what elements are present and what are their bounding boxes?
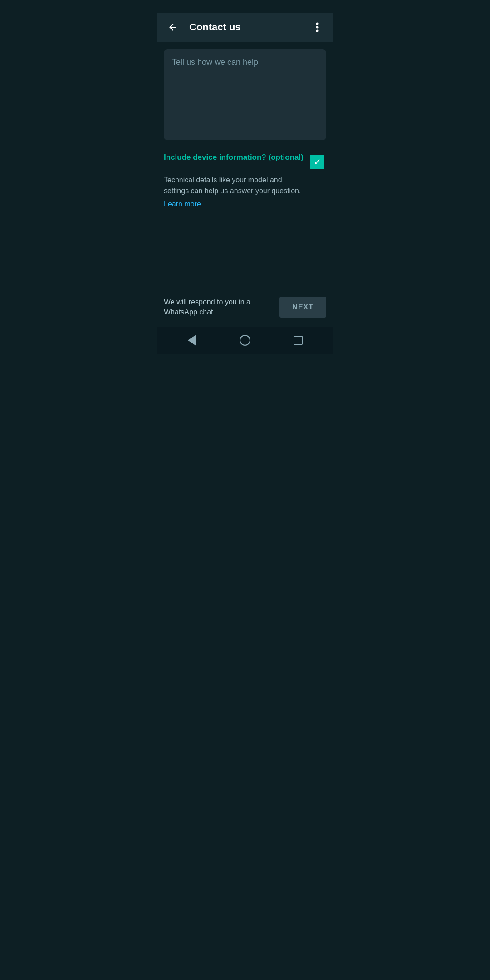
nav-back-button[interactable] bbox=[178, 331, 206, 349]
nav-recents-button[interactable] bbox=[284, 331, 312, 349]
menu-button[interactable] bbox=[308, 18, 326, 36]
device-info-label: Include device information? (optional) bbox=[164, 153, 308, 162]
back-triangle-icon bbox=[188, 335, 196, 346]
device-info-checkbox[interactable]: ✓ bbox=[308, 153, 326, 171]
checkbox-box: ✓ bbox=[310, 155, 324, 169]
main-content: Include device information? (optional) ✓… bbox=[157, 42, 333, 288]
device-info-section: Include device information? (optional) ✓… bbox=[164, 153, 326, 208]
app-bar: Contact us bbox=[157, 13, 333, 42]
status-bar bbox=[157, 0, 333, 13]
nav-home-button[interactable] bbox=[231, 331, 259, 349]
recents-square-icon bbox=[294, 336, 303, 345]
checkbox-checkmark: ✓ bbox=[314, 157, 321, 167]
page-title: Contact us bbox=[189, 21, 301, 33]
nav-bar bbox=[157, 327, 333, 354]
svg-point-2 bbox=[316, 30, 318, 32]
home-circle-icon bbox=[240, 335, 250, 346]
next-button[interactable]: NEXT bbox=[279, 297, 326, 318]
device-info-description: Technical details like your model and se… bbox=[164, 175, 304, 196]
svg-point-0 bbox=[316, 23, 318, 25]
respond-text: We will respond to you in a WhatsApp cha… bbox=[164, 297, 279, 318]
bottom-area: We will respond to you in a WhatsApp cha… bbox=[157, 288, 333, 327]
svg-point-1 bbox=[316, 26, 318, 29]
back-button[interactable] bbox=[164, 18, 182, 36]
learn-more-link[interactable]: Learn more bbox=[164, 200, 326, 208]
help-input[interactable] bbox=[164, 49, 326, 140]
device-info-row: Include device information? (optional) ✓ bbox=[164, 153, 326, 171]
